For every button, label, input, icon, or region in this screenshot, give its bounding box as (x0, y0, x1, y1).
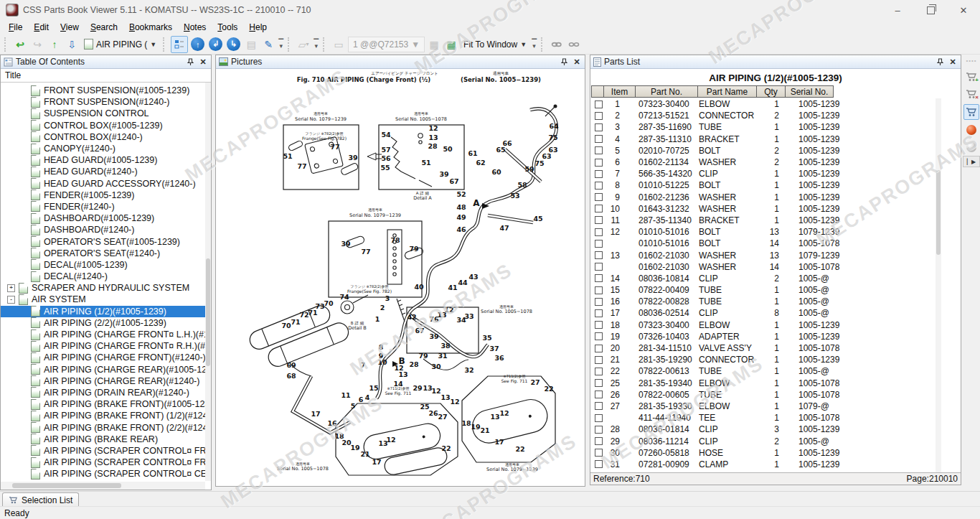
toc-item[interactable]: FENDER(#1005-1239) (1, 190, 205, 201)
row-checkbox[interactable] (595, 309, 603, 317)
column-header-serial[interactable]: Serial No. (785, 85, 834, 98)
image-link-button[interactable]: ▦ (443, 37, 459, 52)
parts-row[interactable]: 20281-34-11510VALVE ASS'Y11005-1078 (590, 342, 936, 354)
next-figure-button[interactable]: ↳ (227, 37, 240, 51)
row-checkbox[interactable] (595, 112, 603, 120)
toc-item[interactable]: AIR PIPING (SCRAPER CONTROL¤ CENT (1, 468, 205, 480)
menu-file[interactable]: File (3, 21, 28, 34)
parts-row[interactable]: 1001643-31232WASHER11005-1239 (590, 203, 936, 215)
menu-tools[interactable]: Tools (212, 21, 243, 34)
selection-cart-button[interactable] (963, 104, 979, 120)
close-icon[interactable]: ✕ (572, 57, 582, 67)
toc-item[interactable]: AIR PIPING (CHARGE FRONT¤ R.H.)(#1240 (1, 340, 205, 352)
stamp-button[interactable]: ▱▾ (296, 37, 311, 52)
row-checkbox[interactable] (595, 159, 603, 167)
row-checkbox[interactable] (595, 286, 603, 294)
collapse-icon[interactable]: - (7, 296, 15, 304)
parts-row[interactable]: 21281-35-19290CONNECTOR11005-1239 (590, 354, 936, 365)
parts-row[interactable]: 3007260-05818HOSE11005-1239 (590, 447, 936, 459)
column-header-item[interactable]: Item (603, 85, 636, 98)
parts-row[interactable]: 01602-21030WASHER141005-1078 (590, 261, 936, 273)
parts-row[interactable]: 2607822-00605TUBE11005-1078 (590, 389, 936, 401)
restore-button[interactable] (914, 0, 947, 20)
export-button[interactable]: ▤ (243, 37, 259, 52)
row-checkbox[interactable] (595, 274, 603, 282)
row-checkbox[interactable] (595, 437, 603, 445)
row-checkbox[interactable] (595, 379, 603, 387)
book-combo[interactable]: AIR PIPING ( ▼ (81, 37, 159, 52)
toc-item[interactable]: +SCRAPER AND HYDRAULIC SYSTEM (1, 282, 205, 294)
toc-item[interactable]: FENDER(#1240-) (1, 201, 205, 212)
parts-row[interactable]: 7566-35-14320CLIP11005-1239 (590, 168, 936, 179)
row-checkbox[interactable] (595, 228, 603, 236)
parts-row[interactable]: 3107281-00909CLAMP11005-1239 (590, 459, 936, 470)
parts-row[interactable]: 1907326-10403ADAPTER11005-1239 (590, 331, 936, 342)
row-checkbox[interactable] (595, 391, 603, 398)
toc-item[interactable]: AIR PIPING (SCRAPER CONTROL¤ FRON (1, 445, 205, 457)
row-checkbox[interactable] (595, 426, 603, 434)
parts-row[interactable]: 601602-21134WASHER21005-1239 (590, 156, 936, 168)
parts-row[interactable]: 1807323-30400ELBOW11005-1239 (590, 319, 936, 331)
column-header-partno[interactable]: Part No. (635, 85, 698, 98)
parts-row[interactable]: 801010-51225BOLT11005-1239 (590, 179, 936, 191)
parts-row[interactable]: 2808036-01814CLIP31005-1239 (590, 424, 936, 435)
toc-item[interactable]: AIR PIPING (CHARGE FRONT)(#1240-) (1, 352, 205, 363)
toc-item[interactable]: CANOPY(#1240-) (1, 143, 205, 154)
forward-button[interactable]: ↪ (29, 37, 45, 52)
parts-diagram[interactable]: 5177773954121328575056515539676475636665… (217, 69, 585, 485)
menu-search[interactable]: Search (85, 21, 123, 34)
toolbar-grip[interactable] (323, 37, 327, 52)
toc-item[interactable]: AIR PIPING (CHARGE FRONT¤ L.H.)(#1240 (1, 329, 205, 340)
toc-item[interactable]: DASHBOARD(#1240-) (1, 224, 205, 235)
menu-notes[interactable]: Notes (178, 21, 212, 34)
toc-item[interactable]: OPERATOR'S SEAT(#1240-) (1, 248, 205, 259)
parts-vertical-scrollbar[interactable] (936, 98, 941, 474)
row-checkbox[interactable] (595, 345, 603, 352)
toc-item[interactable]: AIR PIPING (BRAKE REAR) (1, 434, 205, 445)
toolbar-grip[interactable]: •••• (966, 57, 976, 64)
row-checkbox[interactable] (595, 263, 603, 271)
previous-figure-button[interactable]: ↲ (209, 37, 222, 51)
row-checkbox[interactable] (595, 216, 603, 224)
nav-up-button[interactable]: ↑ (191, 37, 204, 51)
parts-row[interactable]: 2207822-00613TUBE11005-@ (590, 365, 936, 377)
parts-row[interactable]: 411-44-11940TEE11005-1078 (590, 412, 936, 424)
menu-edit[interactable]: Edit (28, 21, 55, 34)
row-checkbox[interactable] (595, 414, 603, 422)
toc-item[interactable]: DECAL(#1005-1239) (1, 259, 205, 271)
parts-row[interactable]: 4287-35-11310BRACKET11005-1239 (590, 134, 936, 145)
close-icon[interactable]: ✕ (948, 57, 958, 67)
scrollbar-thumb[interactable] (936, 170, 941, 255)
parts-row[interactable]: 207213-51521CONNECTOR21005-1239 (590, 110, 936, 121)
linked-parts-button[interactable] (964, 123, 979, 137)
parts-row[interactable]: 01010-51016BOLT141005-1078 (590, 238, 936, 249)
toolbar-grip[interactable] (288, 37, 292, 52)
parts-row[interactable]: 1301602-21030WASHER131079-1239 (590, 249, 936, 261)
toc-item[interactable]: DASHBOARD(#1005-1239) (1, 212, 205, 224)
row-checkbox[interactable] (595, 146, 603, 154)
row-checkbox[interactable] (595, 460, 603, 468)
row-checkbox[interactable] (595, 135, 603, 143)
row-checkbox[interactable] (595, 182, 603, 190)
expand-strip-button[interactable]: ▏▶ (963, 156, 980, 167)
row-checkbox[interactable] (595, 368, 603, 375)
toc-view-toggle[interactable] (171, 36, 188, 53)
toolbar-overflow[interactable]: ▔▾ (532, 41, 537, 48)
column-header-qty[interactable]: Qty (756, 85, 786, 98)
toc-item[interactable]: AIR PIPING (SCRAPER CONTROL¤ FRON (1, 457, 205, 468)
parts-row[interactable]: 11287-35-11340BRACKET11005-1239 (590, 215, 936, 226)
menu-help[interactable]: Help (243, 21, 273, 34)
row-checkbox[interactable] (595, 205, 603, 212)
scrollbar-thumb[interactable] (206, 258, 210, 366)
row-checkbox[interactable] (595, 298, 603, 306)
selection-list-tab[interactable]: Selection List (2, 492, 79, 507)
toc-item[interactable]: AIR PIPING (BRAKE FRONT) (1/2)(#1240-) (1, 410, 205, 421)
toc-item[interactable]: HEAD GUARD ACCESSORY(#1240-) (1, 178, 205, 190)
add-to-selection-button[interactable]: + (964, 70, 979, 84)
row-checkbox[interactable] (595, 332, 603, 340)
row-checkbox[interactable] (595, 356, 603, 364)
toc-item[interactable]: FRONT SUSPENSION(#1005-1239) (1, 85, 205, 96)
page-search-field[interactable]: 1 @@Q72153 ▼ (348, 37, 425, 52)
row-checkbox[interactable] (595, 100, 603, 108)
close-icon[interactable]: ✕ (198, 57, 208, 67)
